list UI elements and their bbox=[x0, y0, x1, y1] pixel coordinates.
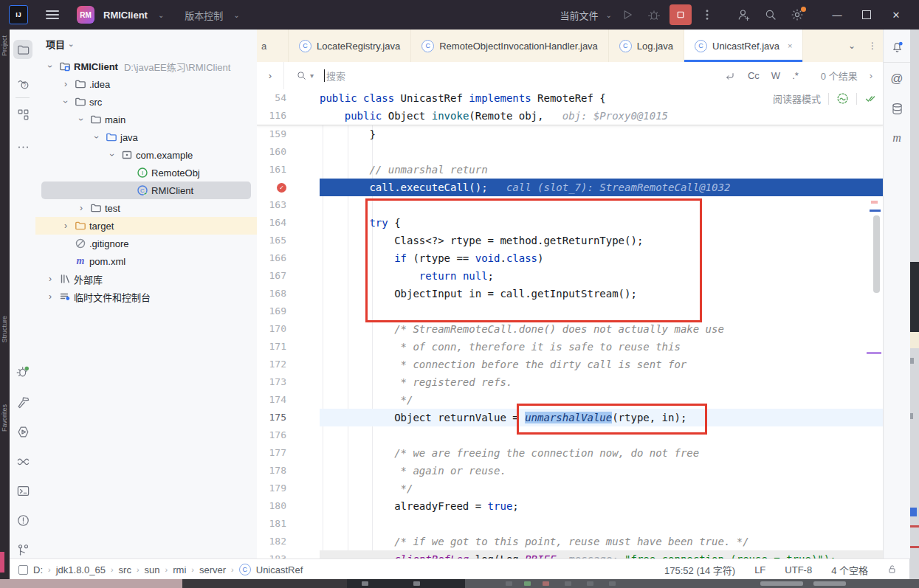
line-number[interactable]: 181 bbox=[257, 515, 320, 533]
breadcrumb-item[interactable]: jdk1.8.0_65 bbox=[56, 564, 106, 575]
line-number[interactable]: 54 bbox=[257, 89, 320, 107]
tree-chevron-icon[interactable]: › bbox=[58, 221, 73, 231]
tab-overflow[interactable]: a bbox=[257, 30, 289, 62]
line-number[interactable]: 163 bbox=[257, 196, 320, 214]
tree-chevron-icon[interactable]: › bbox=[43, 291, 58, 302]
code-line-159[interactable]: 159 } bbox=[257, 125, 883, 143]
close-icon[interactable]: ✕ bbox=[884, 4, 909, 26]
main-menu-icon[interactable] bbox=[46, 10, 59, 19]
code-line-170[interactable]: 170 /* StreamRemoteCall.done() does not … bbox=[257, 320, 883, 338]
code-line-171[interactable]: 171 * of conn, therefore it is safe to r… bbox=[257, 338, 883, 356]
maximize-icon[interactable] bbox=[854, 4, 879, 26]
line-number[interactable]: 183 bbox=[257, 550, 320, 558]
tree-item-.idea[interactable]: ›.idea bbox=[35, 75, 257, 93]
line-number[interactable]: 179 bbox=[257, 480, 320, 497]
problems-icon[interactable] bbox=[13, 511, 32, 530]
project-folder-icon[interactable] bbox=[13, 40, 32, 59]
stop-icon[interactable] bbox=[670, 4, 692, 25]
code-line-178[interactable]: 178 * again or reuse. bbox=[257, 462, 883, 480]
new-line-icon[interactable] bbox=[724, 70, 736, 82]
services-icon[interactable] bbox=[13, 422, 32, 441]
code-line-164[interactable]: 164 try { bbox=[257, 214, 883, 232]
breadcrumb-item[interactable]: UnicastRef bbox=[256, 564, 303, 575]
tree-item-src[interactable]: ›src bbox=[35, 93, 257, 111]
add-user-icon[interactable] bbox=[733, 4, 755, 25]
line-number[interactable]: 168 bbox=[257, 285, 320, 302]
tree-item-main[interactable]: ›main bbox=[35, 111, 257, 128]
line-number[interactable]: 161 bbox=[257, 161, 320, 179]
line-number[interactable]: 159 bbox=[257, 125, 320, 143]
line-number[interactable]: 164 bbox=[257, 214, 320, 232]
scrollbar-thumb[interactable] bbox=[873, 215, 880, 293]
code-line-162[interactable]: ✓ call.executeCall(); call (slot_7): Str… bbox=[257, 179, 883, 196]
code-line-181[interactable]: 181 bbox=[257, 515, 883, 533]
indent-setting[interactable]: 4 个空格 bbox=[831, 563, 868, 577]
tabs-chevron-down-icon[interactable]: ⌄ bbox=[841, 41, 862, 51]
debug-icon[interactable] bbox=[643, 4, 665, 25]
line-number[interactable]: 171 bbox=[257, 338, 320, 356]
code-line-179[interactable]: 179 */ bbox=[257, 480, 883, 497]
code-line-177[interactable]: 177 /* we are freeing the connection now… bbox=[257, 444, 883, 462]
ai-assistant-icon[interactable]: @ bbox=[889, 71, 905, 87]
code-line-165[interactable]: 165 Class<?> rtype = method.getReturnTyp… bbox=[257, 232, 883, 249]
git-branch-icon[interactable] bbox=[13, 540, 32, 559]
line-number[interactable]: 173 bbox=[257, 373, 320, 391]
line-number[interactable]: 177 bbox=[257, 444, 320, 462]
line-separator[interactable]: LF bbox=[754, 564, 765, 575]
code-line-172[interactable]: 172 * connection before the dirty call i… bbox=[257, 356, 883, 373]
tree-item-RMIClient[interactable]: CRMIClient bbox=[35, 181, 257, 199]
plugins-icon[interactable] bbox=[13, 105, 32, 124]
code-line-176[interactable]: 176 bbox=[257, 426, 883, 444]
caret-position[interactable]: 175:52 (14 字符) bbox=[664, 563, 735, 577]
vcs-menu[interactable]: 版本控制 bbox=[185, 8, 223, 22]
code-line-175[interactable]: 175 Object returnValue = unmarshalValue(… bbox=[257, 409, 883, 426]
ai-help-icon[interactable]: ? bbox=[13, 74, 32, 93]
line-number[interactable]: 165 bbox=[257, 232, 320, 249]
inspections-ok-icon[interactable] bbox=[836, 92, 849, 105]
more-icon[interactable] bbox=[696, 4, 718, 25]
line-number[interactable]: 166 bbox=[257, 249, 320, 267]
code-line-174[interactable]: 174 */ bbox=[257, 391, 883, 409]
line-number[interactable]: 172 bbox=[257, 356, 320, 373]
tab-Log.java[interactable]: CLog.java bbox=[609, 30, 684, 62]
line-number[interactable]: 180 bbox=[257, 497, 320, 515]
tree-chevron-icon[interactable]: › bbox=[92, 130, 102, 145]
breakpoint-icon[interactable]: ✓ bbox=[257, 179, 320, 196]
line-number[interactable]: 169 bbox=[257, 302, 320, 320]
debug-icon[interactable] bbox=[13, 362, 32, 381]
line-number[interactable]: 116 bbox=[257, 107, 320, 125]
minimize-icon[interactable]: — bbox=[825, 4, 850, 26]
tab-RemoteObjectInvocationHandler.java[interactable]: CRemoteObjectInvocationHandler.java bbox=[411, 30, 609, 62]
breadcrumb-item[interactable]: rmi bbox=[173, 564, 186, 575]
code-line-163[interactable]: 163 bbox=[257, 196, 883, 214]
match-case-toggle[interactable]: Cc bbox=[748, 70, 760, 81]
ai-chat-icon[interactable] bbox=[13, 452, 32, 471]
settings-icon[interactable] bbox=[786, 4, 808, 25]
tree-chevron-icon[interactable]: › bbox=[107, 148, 117, 162]
words-toggle[interactable]: W bbox=[771, 70, 780, 81]
notifications-bell-icon[interactable] bbox=[889, 38, 905, 55]
run-config-selector[interactable]: 当前文件 bbox=[560, 8, 599, 22]
code-line-183[interactable]: 183 clientRefLog.log(Log.BRIEF, message:… bbox=[257, 550, 883, 558]
maven-icon[interactable]: m bbox=[889, 130, 905, 146]
tree-chevron-icon[interactable]: › bbox=[43, 274, 58, 284]
code-line-167[interactable]: 167 return null; bbox=[257, 267, 883, 285]
run-icon[interactable] bbox=[616, 4, 639, 25]
line-number[interactable]: 175 bbox=[257, 409, 320, 426]
code-area[interactable]: 54public class UnicastRef implements Rem… bbox=[257, 89, 883, 558]
expand-search-icon[interactable]: › bbox=[257, 62, 284, 89]
regex-toggle[interactable]: .* bbox=[792, 70, 799, 81]
line-number[interactable]: 174 bbox=[257, 391, 320, 409]
reader-mode-link[interactable]: 阅读器模式 bbox=[773, 91, 821, 106]
more-icon[interactable] bbox=[13, 137, 32, 156]
tree-chevron-icon[interactable]: › bbox=[45, 59, 55, 74]
line-number[interactable]: 182 bbox=[257, 533, 320, 550]
build-hammer-icon[interactable] bbox=[13, 392, 32, 412]
checks-passed-icon[interactable] bbox=[864, 92, 877, 105]
breadcrumb-item[interactable]: server bbox=[199, 564, 226, 575]
tree-item-RMIClient[interactable]: ›RMIClientD:\javaEE练习\RMIClient bbox=[35, 58, 257, 75]
code-line-161[interactable]: 161 // unmarshal return bbox=[257, 161, 883, 179]
line-number[interactable]: 167 bbox=[257, 267, 320, 285]
breadcrumb-item[interactable]: sun bbox=[145, 564, 160, 575]
code-line-116[interactable]: 116 public Object invoke(Remote obj, obj… bbox=[257, 107, 883, 125]
